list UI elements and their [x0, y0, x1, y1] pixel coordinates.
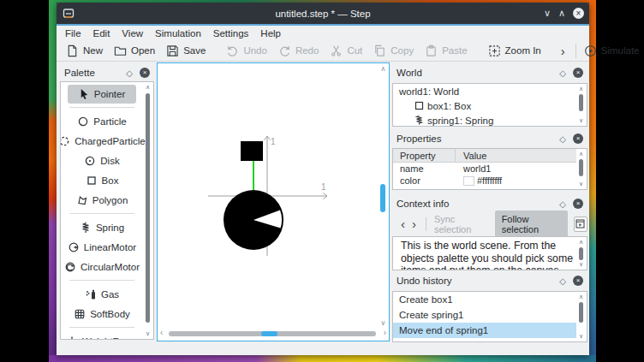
save-icon — [166, 45, 179, 57]
menu-help[interactable]: Help — [260, 28, 281, 39]
close-panel-icon[interactable]: × — [140, 68, 150, 78]
undo-button[interactable]: Undo — [226, 45, 267, 57]
properties-title: Properties — [397, 134, 559, 144]
context-info-scrollbar[interactable]: ∧ ∨ — [576, 238, 586, 269]
scroll-up-icon[interactable]: ∧ — [579, 238, 583, 246]
open-button[interactable]: Open — [114, 45, 155, 57]
menu-file[interactable]: File — [65, 28, 81, 39]
follow-selection-toggle[interactable]: Follow selection — [495, 211, 568, 238]
float-panel-icon[interactable]: ◇ — [126, 68, 133, 78]
undo-item-create-box1[interactable]: Create box1 — [393, 292, 576, 307]
property-row-name[interactable]: name world1 — [393, 163, 576, 175]
scrollbar-thumb[interactable] — [380, 184, 385, 212]
undo-history-scrollbar[interactable]: ∧ ∨ — [576, 293, 586, 341]
palette-item-linearmotor[interactable]: LinearMotor — [61, 237, 143, 257]
scene-canvas[interactable]: 1 1 ∧ ∨ ‹ — [157, 62, 390, 341]
spring-icon — [80, 222, 92, 234]
palette-separator — [69, 327, 134, 328]
canvas-horizontal-scrollbar[interactable]: ‹ › — [158, 329, 389, 339]
close-panel-icon[interactable]: × — [573, 134, 583, 144]
scroll-up-icon[interactable]: ∧ — [579, 293, 583, 301]
maximize-button[interactable]: ∧ — [558, 9, 565, 18]
palette-item-chargedparticle[interactable]: ChargedParticle — [61, 131, 143, 151]
undo-item-move-end-of-spring1[interactable]: Move end of spring1 — [393, 323, 576, 338]
redo-button[interactable]: Redo — [278, 45, 319, 57]
minimize-button[interactable]: ∨ — [544, 9, 551, 18]
back-button[interactable]: ‹ — [401, 217, 405, 230]
simulate-button[interactable]: Simulate — [584, 45, 640, 57]
zoom-in-button[interactable]: Zoom In — [488, 45, 541, 57]
menu-settings[interactable]: Settings — [213, 28, 249, 39]
scrollbar-track[interactable] — [169, 331, 376, 336]
scrollbar-thumb[interactable] — [579, 94, 583, 111]
close-panel-icon[interactable]: × — [573, 199, 583, 209]
menu-view[interactable]: View — [122, 28, 143, 39]
property-row-clipped[interactable]: time — [393, 187, 576, 190]
box1-shape[interactable] — [241, 141, 263, 161]
disk1-shape[interactable] — [224, 190, 283, 250]
new-button[interactable]: New — [66, 45, 103, 57]
linear-motor-icon — [68, 241, 80, 253]
scroll-down-icon[interactable]: ∨ — [579, 116, 583, 125]
float-panel-icon[interactable]: ◇ — [559, 199, 566, 209]
palette-item-gas[interactable]: Gas — [61, 284, 143, 304]
float-panel-icon[interactable]: ◇ — [559, 276, 566, 286]
close-button[interactable]: × — [573, 8, 584, 19]
palette-item-polygon[interactable]: Polygon — [61, 190, 143, 210]
open-in-browser-button[interactable] — [574, 217, 587, 232]
menu-simulation[interactable]: Simulation — [155, 28, 201, 39]
scroll-up-icon[interactable]: ∧ — [146, 83, 150, 92]
column-property[interactable]: Property — [393, 149, 456, 162]
scroll-down-icon[interactable]: ∨ — [579, 260, 583, 269]
cut-button[interactable]: Cut — [330, 45, 362, 57]
properties-scrollbar[interactable]: ∧ ∨ — [576, 150, 586, 188]
scroll-left-icon[interactable]: ‹ — [160, 328, 163, 337]
paste-button[interactable]: Paste — [425, 45, 467, 57]
scroll-down-icon[interactable]: ∨ — [579, 180, 583, 188]
scroll-down-icon[interactable]: ∨ — [146, 329, 150, 338]
scroll-up-icon[interactable]: ∧ — [579, 85, 583, 93]
column-value[interactable]: Value — [456, 151, 486, 161]
cut-scissors-icon — [330, 45, 343, 57]
forward-button[interactable]: › — [412, 217, 416, 230]
titlebar[interactable]: untitled.step * — Step ∨ ∧ × — [57, 3, 589, 24]
save-button[interactable]: Save — [166, 45, 206, 57]
close-panel-icon[interactable]: × — [573, 68, 583, 78]
scroll-down-icon[interactable]: ∨ — [378, 319, 389, 327]
toolbar-overflow-button[interactable]: › — [561, 44, 565, 58]
new-file-icon — [66, 45, 79, 57]
canvas-vertical-scrollbar[interactable]: ∧ ∨ — [378, 63, 389, 327]
tree-item-world1[interactable]: world1: World — [393, 84, 576, 98]
sync-selection-button[interactable]: Sync selection — [434, 214, 488, 234]
palette-item-box[interactable]: Box — [61, 170, 143, 190]
scrollbar-thumb[interactable] — [579, 302, 583, 323]
float-panel-icon[interactable]: ◇ — [559, 68, 566, 78]
palette-item-spring[interactable]: Spring — [61, 217, 143, 237]
palette-item-softbody[interactable]: SoftBody — [61, 304, 143, 323]
scroll-down-icon[interactable]: ∨ — [579, 332, 583, 341]
softbody-icon — [74, 308, 86, 320]
close-panel-icon[interactable]: × — [573, 276, 583, 286]
scrollbar-thumb[interactable] — [579, 159, 583, 176]
property-row-color[interactable]: color #ffffffff — [393, 175, 576, 187]
scrollbar-thumb[interactable] — [579, 247, 583, 260]
scrollbar-thumb[interactable] — [261, 331, 277, 336]
tree-item-spring1[interactable]: spring1: Spring — [393, 113, 576, 127]
palette-scrollbar[interactable]: ∧ ∨ — [143, 83, 152, 338]
tree-item-box1[interactable]: box1: Box — [393, 98, 576, 113]
palette-item-disk[interactable]: Disk — [61, 151, 143, 170]
palette-item-pointer[interactable]: Pointer — [68, 85, 136, 104]
palette-item-circularmotor[interactable]: CircularMotor — [61, 257, 143, 276]
scrollbar-thumb[interactable] — [146, 93, 150, 323]
world-scrollbar[interactable]: ∧ ∨ — [576, 85, 586, 125]
scroll-right-icon[interactable]: › — [384, 328, 386, 337]
undo-item-create-spring1[interactable]: Create spring1 — [393, 307, 576, 323]
menu-edit[interactable]: Edit — [93, 28, 110, 39]
copy-button[interactable]: Copy — [373, 45, 414, 57]
scroll-up-icon[interactable]: ∧ — [579, 150, 583, 158]
float-panel-icon[interactable]: ◇ — [559, 134, 566, 144]
palette-item-particle[interactable]: Particle — [61, 111, 143, 131]
palette-item-weightforce[interactable]: WeightForce — [61, 331, 143, 340]
palette-separator — [69, 107, 134, 108]
scroll-up-icon[interactable]: ∧ — [378, 65, 389, 73]
